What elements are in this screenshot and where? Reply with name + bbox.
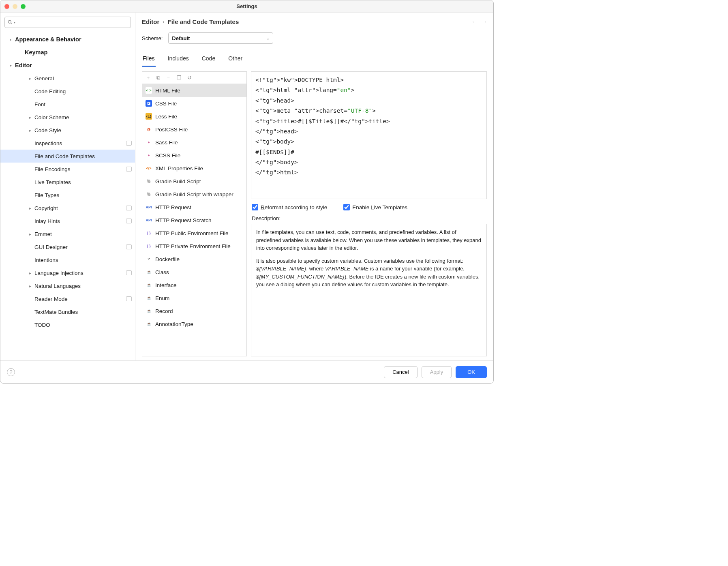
sidebar-item-language-injections[interactable]: ▸Language Injections bbox=[0, 266, 135, 279]
sidebar-item-live-templates[interactable]: Live Templates bbox=[0, 176, 135, 189]
search-dropdown-icon: ▾ bbox=[14, 21, 15, 24]
template-item-enum[interactable]: ☕Enum bbox=[142, 292, 246, 304]
settings-sidebar: ▾ ▸Appearance & BehaviorKeymap▾Editor▸Ge… bbox=[0, 13, 135, 360]
titlebar: Settings bbox=[0, 0, 493, 13]
scheme-select[interactable]: Default ⌄ bbox=[168, 32, 273, 44]
add-template-icon[interactable]: ＋ bbox=[146, 74, 151, 81]
sidebar-item-gui-designer[interactable]: GUI Designer bbox=[0, 240, 135, 253]
template-item-http-private-environment-file[interactable]: { }HTTP Private Environment File bbox=[142, 240, 246, 253]
sidebar-item-file-and-code-templates[interactable]: File and Code Templates bbox=[0, 150, 135, 163]
description-box: In file templates, you can use text, cod… bbox=[251, 224, 487, 356]
template-item-http-public-environment-file[interactable]: { }HTTP Public Environment File bbox=[142, 227, 246, 240]
search-icon bbox=[7, 19, 13, 25]
template-list-panel: ＋ ⧉ － ❐ ↺ < >HTML File◪CSS File{L}Less F… bbox=[142, 71, 247, 356]
sidebar-item-keymap[interactable]: Keymap bbox=[0, 46, 135, 59]
project-level-icon bbox=[126, 206, 132, 210]
sidebar-item-file-types[interactable]: File Types bbox=[0, 189, 135, 202]
sidebar-item-intentions[interactable]: Intentions bbox=[0, 253, 135, 266]
chevron-down-icon: ⌄ bbox=[266, 36, 270, 41]
sidebar-item-reader-mode[interactable]: Reader Mode bbox=[0, 292, 135, 305]
docker-file-icon: ? bbox=[146, 256, 152, 262]
java-file-icon: ☕ bbox=[146, 282, 152, 288]
project-level-icon bbox=[126, 270, 132, 275]
sidebar-item-copyright[interactable]: ▸Copyright bbox=[0, 202, 135, 214]
css-file-icon: ◪ bbox=[146, 100, 152, 107]
breadcrumb-separator: › bbox=[163, 19, 164, 25]
live-templates-checkbox-label: Enable Live Templates bbox=[352, 204, 407, 210]
sidebar-item-color-scheme[interactable]: ▸Color Scheme bbox=[0, 111, 135, 124]
template-list[interactable]: < >HTML File◪CSS File{L}Less File◔PostCS… bbox=[142, 84, 246, 356]
cancel-button[interactable]: Cancel bbox=[384, 366, 417, 378]
template-item-class[interactable]: ☕Class bbox=[142, 266, 246, 279]
sidebar-item-inlay-hints[interactable]: Inlay Hints bbox=[0, 214, 135, 227]
sidebar-item-textmate-bundles[interactable]: TextMate Bundles bbox=[0, 305, 135, 318]
html-file-icon: < > bbox=[146, 87, 152, 94]
breadcrumb-current: File and Code Templates bbox=[168, 18, 239, 25]
ok-button[interactable]: OK bbox=[456, 366, 487, 378]
java-file-icon: ☕ bbox=[146, 321, 152, 327]
search-input[interactable]: ▾ bbox=[4, 17, 131, 28]
template-toolbar: ＋ ⧉ － ❐ ↺ bbox=[142, 72, 246, 84]
template-item-annotationtype[interactable]: ☕AnnotationType bbox=[142, 317, 246, 330]
nav-back-icon[interactable]: ← bbox=[471, 19, 477, 25]
template-item-sass-file[interactable]: ●Sass File bbox=[142, 136, 246, 149]
sidebar-item-todo[interactable]: TODO bbox=[0, 318, 135, 331]
template-item-css-file[interactable]: ◪CSS File bbox=[142, 97, 246, 110]
project-level-icon bbox=[126, 244, 132, 249]
template-item-gradle-build-script[interactable]: 🐘Gradle Build Script bbox=[142, 175, 246, 188]
duplicate-template-icon[interactable]: ❐ bbox=[177, 75, 182, 81]
json-file-icon: { } bbox=[146, 230, 152, 236]
api-file-icon: API bbox=[146, 217, 152, 223]
project-level-icon bbox=[126, 167, 132, 172]
template-item-html-file[interactable]: < >HTML File bbox=[142, 84, 246, 97]
sidebar-item-inspections[interactable]: Inspections bbox=[0, 137, 135, 150]
tab-code[interactable]: Code bbox=[201, 52, 216, 67]
sidebar-item-general[interactable]: ▸General bbox=[0, 72, 135, 85]
svg-line-1 bbox=[11, 23, 12, 24]
gradle-file-icon: 🐘 bbox=[146, 178, 152, 184]
live-templates-checkbox-input[interactable] bbox=[343, 204, 350, 210]
nav-forward-icon[interactable]: → bbox=[482, 19, 487, 25]
template-item-interface[interactable]: ☕Interface bbox=[142, 279, 246, 292]
settings-tree[interactable]: ▸Appearance & BehaviorKeymap▾Editor▸Gene… bbox=[0, 31, 135, 360]
sidebar-item-emmet[interactable]: ▸Emmet bbox=[0, 227, 135, 240]
java-file-icon: ☕ bbox=[146, 308, 152, 314]
postcss-file-icon: ◔ bbox=[146, 126, 152, 133]
reformat-checkbox-input[interactable] bbox=[252, 204, 258, 210]
sidebar-item-code-style[interactable]: ▸Code Style bbox=[0, 124, 135, 137]
api-file-icon: API bbox=[146, 204, 152, 210]
sidebar-item-natural-languages[interactable]: ▸Natural Languages bbox=[0, 279, 135, 292]
scss-file-icon: ● bbox=[146, 152, 152, 159]
template-item-http-request[interactable]: APIHTTP Request bbox=[142, 201, 246, 214]
undo-icon[interactable]: ↺ bbox=[187, 75, 192, 81]
tab-includes[interactable]: Includes bbox=[167, 52, 190, 67]
template-item-postcss-file[interactable]: ◔PostCSS File bbox=[142, 123, 246, 136]
less-file-icon: {L} bbox=[146, 113, 152, 120]
svg-point-0 bbox=[8, 20, 11, 23]
sidebar-item-code-editing[interactable]: Code Editing bbox=[0, 85, 135, 98]
remove-template-icon[interactable]: － bbox=[166, 74, 171, 81]
template-item-xml-properties-file[interactable]: </>XML Properties File bbox=[142, 162, 246, 175]
sidebar-item-file-encodings[interactable]: File Encodings bbox=[0, 163, 135, 176]
template-item-less-file[interactable]: {L}Less File bbox=[142, 110, 246, 123]
template-item-record[interactable]: ☕Record bbox=[142, 304, 246, 317]
tab-other[interactable]: Other bbox=[227, 52, 243, 67]
help-button[interactable]: ? bbox=[7, 368, 15, 376]
sidebar-item-editor[interactable]: ▾Editor bbox=[0, 59, 135, 72]
template-item-http-request-scratch[interactable]: APIHTTP Request Scratch bbox=[142, 214, 246, 227]
scheme-label: Scheme: bbox=[142, 35, 163, 41]
templates-tabs: FilesIncludesCodeOther bbox=[135, 52, 493, 67]
copy-template-icon[interactable]: ⧉ bbox=[156, 75, 160, 81]
tab-files[interactable]: Files bbox=[142, 52, 156, 67]
template-item-gradle-build-script-with-wrapper[interactable]: 🐘Gradle Build Script with wrapper bbox=[142, 188, 246, 201]
sidebar-item-font[interactable]: Font bbox=[0, 98, 135, 111]
template-item-dockerfile[interactable]: ?Dockerfile bbox=[142, 253, 246, 266]
json-file-icon: { } bbox=[146, 243, 152, 249]
reformat-checkbox-label: Reformat according to style bbox=[261, 204, 327, 210]
template-code-editor[interactable]: <!"tg">"kw">DOCTYPE html><"tg">html "att… bbox=[251, 71, 487, 199]
live-templates-checkbox[interactable]: Enable Live Templates bbox=[343, 204, 407, 210]
apply-button[interactable]: Apply bbox=[422, 366, 452, 378]
template-item-scss-file[interactable]: ●SCSS File bbox=[142, 149, 246, 162]
sidebar-item-appearance-behavior[interactable]: ▸Appearance & Behavior bbox=[0, 33, 135, 46]
reformat-checkbox[interactable]: Reformat according to style bbox=[252, 204, 327, 210]
